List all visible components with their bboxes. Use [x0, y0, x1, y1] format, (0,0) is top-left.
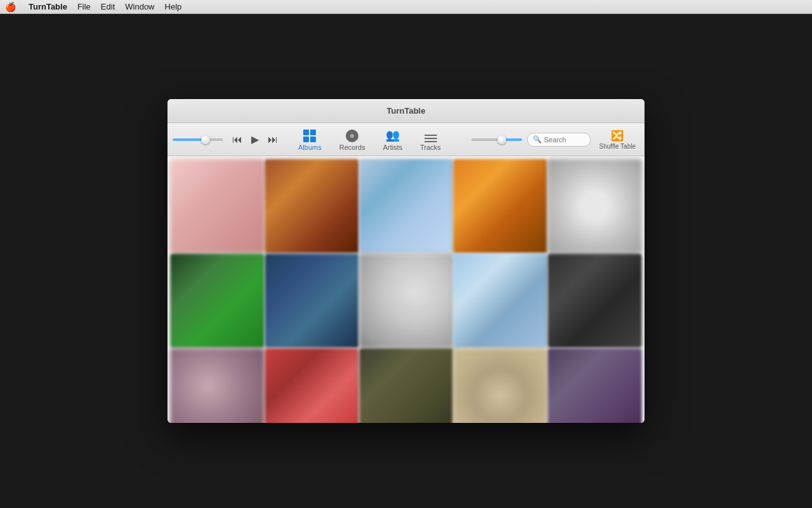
album-tile-9[interactable] — [454, 253, 547, 347]
albums-icon — [303, 130, 316, 142]
album-tile-10[interactable] — [548, 253, 642, 347]
album-tile-8[interactable] — [359, 253, 453, 347]
search-box[interactable]: 🔍 — [527, 133, 591, 147]
album-grid — [173, 161, 639, 423]
toolbar-right: 🔍 🔀 Shuffle Table — [471, 128, 639, 151]
album-tile-6[interactable] — [170, 253, 264, 347]
album-tile-3[interactable] — [359, 159, 453, 253]
playback-controls: ⏮ ▶ ⏭ — [228, 131, 282, 148]
tab-artists[interactable]: 👥 Artists — [374, 126, 412, 154]
album-tile-4[interactable] — [454, 159, 547, 253]
tracks-icon — [424, 135, 437, 142]
shuffle-label: Shuffle Table — [599, 143, 636, 150]
edit-menu[interactable]: Edit — [101, 2, 115, 11]
desktop: TurnTable ⏮ ▶ ⏭ — [0, 14, 812, 508]
volume-slider-right[interactable] — [471, 138, 522, 141]
window-menu[interactable]: Window — [125, 2, 154, 11]
tab-tracks[interactable]: Tracks — [411, 132, 450, 154]
toolbar: ⏮ ▶ ⏭ Albums Records — [167, 123, 645, 156]
titlebar: TurnTable — [167, 99, 645, 123]
album-tile-12[interactable] — [265, 348, 358, 423]
play-button[interactable]: ▶ — [247, 131, 263, 148]
tab-albums-label: Albums — [298, 144, 322, 151]
album-tile-11[interactable] — [170, 348, 264, 423]
album-tile-2[interactable] — [265, 159, 358, 253]
shuffle-table-button[interactable]: 🔀 Shuffle Table — [596, 128, 639, 151]
tab-albums[interactable]: Albums — [289, 127, 331, 154]
menubar: 🍎 TurnTable File Edit Window Help — [0, 0, 812, 14]
album-tile-5[interactable] — [548, 159, 642, 253]
app-window: TurnTable ⏮ ▶ ⏭ — [167, 99, 645, 423]
search-input[interactable] — [544, 136, 589, 144]
tab-records[interactable]: Records — [331, 127, 374, 154]
records-icon — [346, 130, 358, 142]
apple-menu[interactable]: 🍎 — [5, 2, 16, 12]
fast-forward-button[interactable]: ⏭ — [264, 131, 282, 148]
tab-tracks-label: Tracks — [420, 144, 441, 151]
album-tile-13[interactable] — [359, 348, 453, 423]
rewind-button[interactable]: ⏮ — [228, 131, 246, 148]
album-tile-15[interactable] — [548, 348, 642, 423]
help-menu[interactable]: Help — [165, 2, 182, 11]
album-grid-container[interactable] — [167, 156, 645, 423]
album-tile-1[interactable] — [170, 159, 264, 253]
artists-icon: 👥 — [386, 128, 400, 142]
tab-records-label: Records — [339, 144, 365, 151]
album-tile-14[interactable] — [454, 348, 547, 423]
album-tile-7[interactable] — [265, 253, 358, 347]
shuffle-icon: 🔀 — [611, 130, 624, 142]
nav-tabs: Albums Records 👥 Artists Track — [287, 126, 471, 154]
app-menu[interactable]: TurnTable — [29, 2, 67, 11]
window-title: TurnTable — [387, 106, 426, 116]
tab-artists-label: Artists — [383, 144, 403, 151]
volume-slider-left[interactable] — [173, 138, 223, 141]
file-menu[interactable]: File — [77, 2, 91, 11]
search-icon: 🔍 — [533, 135, 542, 144]
